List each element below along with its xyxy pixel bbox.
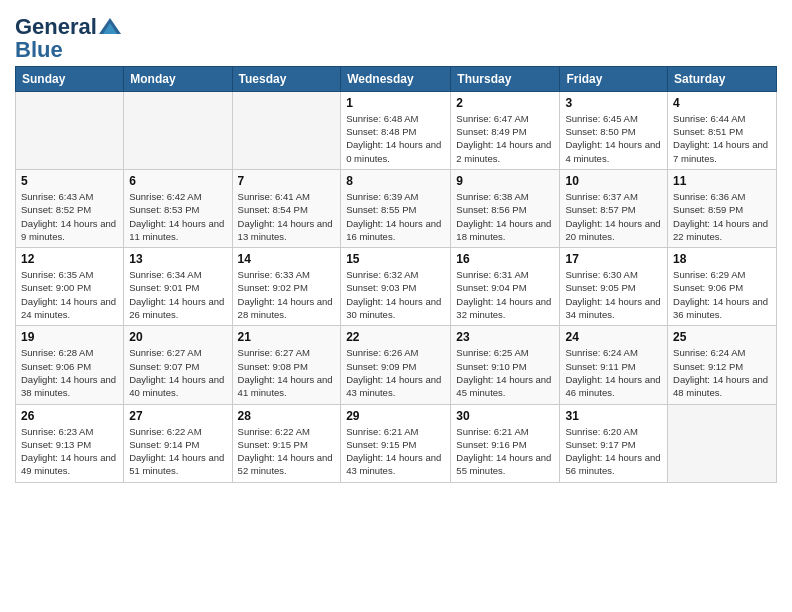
calendar-cell: 21Sunrise: 6:27 AM Sunset: 9:08 PM Dayli… bbox=[232, 326, 341, 404]
day-info: Sunrise: 6:30 AM Sunset: 9:05 PM Dayligh… bbox=[565, 268, 662, 321]
calendar-cell bbox=[232, 91, 341, 169]
calendar-week-4: 19Sunrise: 6:28 AM Sunset: 9:06 PM Dayli… bbox=[16, 326, 777, 404]
calendar-cell: 2Sunrise: 6:47 AM Sunset: 8:49 PM Daylig… bbox=[451, 91, 560, 169]
calendar-cell: 26Sunrise: 6:23 AM Sunset: 9:13 PM Dayli… bbox=[16, 404, 124, 482]
day-info: Sunrise: 6:27 AM Sunset: 9:07 PM Dayligh… bbox=[129, 346, 226, 399]
calendar-cell: 25Sunrise: 6:24 AM Sunset: 9:12 PM Dayli… bbox=[668, 326, 777, 404]
calendar-cell: 19Sunrise: 6:28 AM Sunset: 9:06 PM Dayli… bbox=[16, 326, 124, 404]
day-info: Sunrise: 6:43 AM Sunset: 8:52 PM Dayligh… bbox=[21, 190, 118, 243]
day-info: Sunrise: 6:37 AM Sunset: 8:57 PM Dayligh… bbox=[565, 190, 662, 243]
day-info: Sunrise: 6:32 AM Sunset: 9:03 PM Dayligh… bbox=[346, 268, 445, 321]
day-info: Sunrise: 6:36 AM Sunset: 8:59 PM Dayligh… bbox=[673, 190, 771, 243]
calendar-cell: 4Sunrise: 6:44 AM Sunset: 8:51 PM Daylig… bbox=[668, 91, 777, 169]
calendar-cell: 6Sunrise: 6:42 AM Sunset: 8:53 PM Daylig… bbox=[124, 169, 232, 247]
calendar-cell: 20Sunrise: 6:27 AM Sunset: 9:07 PM Dayli… bbox=[124, 326, 232, 404]
day-number: 16 bbox=[456, 252, 554, 266]
day-number: 13 bbox=[129, 252, 226, 266]
dow-header-wednesday: Wednesday bbox=[341, 66, 451, 91]
dow-header-tuesday: Tuesday bbox=[232, 66, 341, 91]
day-number: 9 bbox=[456, 174, 554, 188]
day-number: 15 bbox=[346, 252, 445, 266]
calendar-cell: 15Sunrise: 6:32 AM Sunset: 9:03 PM Dayli… bbox=[341, 248, 451, 326]
day-info: Sunrise: 6:38 AM Sunset: 8:56 PM Dayligh… bbox=[456, 190, 554, 243]
calendar-cell: 8Sunrise: 6:39 AM Sunset: 8:55 PM Daylig… bbox=[341, 169, 451, 247]
day-info: Sunrise: 6:44 AM Sunset: 8:51 PM Dayligh… bbox=[673, 112, 771, 165]
calendar-cell: 22Sunrise: 6:26 AM Sunset: 9:09 PM Dayli… bbox=[341, 326, 451, 404]
day-info: Sunrise: 6:41 AM Sunset: 8:54 PM Dayligh… bbox=[238, 190, 336, 243]
day-number: 23 bbox=[456, 330, 554, 344]
day-number: 26 bbox=[21, 409, 118, 423]
day-info: Sunrise: 6:28 AM Sunset: 9:06 PM Dayligh… bbox=[21, 346, 118, 399]
day-number: 8 bbox=[346, 174, 445, 188]
page-header: General Blue bbox=[15, 10, 777, 60]
calendar-cell: 31Sunrise: 6:20 AM Sunset: 9:17 PM Dayli… bbox=[560, 404, 668, 482]
calendar-body: 1Sunrise: 6:48 AM Sunset: 8:48 PM Daylig… bbox=[16, 91, 777, 482]
day-number: 12 bbox=[21, 252, 118, 266]
calendar-cell: 10Sunrise: 6:37 AM Sunset: 8:57 PM Dayli… bbox=[560, 169, 668, 247]
day-number: 25 bbox=[673, 330, 771, 344]
dow-header-friday: Friday bbox=[560, 66, 668, 91]
day-of-week-row: SundayMondayTuesdayWednesdayThursdayFrid… bbox=[16, 66, 777, 91]
day-info: Sunrise: 6:22 AM Sunset: 9:15 PM Dayligh… bbox=[238, 425, 336, 478]
day-number: 27 bbox=[129, 409, 226, 423]
day-info: Sunrise: 6:47 AM Sunset: 8:49 PM Dayligh… bbox=[456, 112, 554, 165]
day-number: 2 bbox=[456, 96, 554, 110]
calendar-cell: 11Sunrise: 6:36 AM Sunset: 8:59 PM Dayli… bbox=[668, 169, 777, 247]
day-info: Sunrise: 6:39 AM Sunset: 8:55 PM Dayligh… bbox=[346, 190, 445, 243]
dow-header-thursday: Thursday bbox=[451, 66, 560, 91]
day-number: 5 bbox=[21, 174, 118, 188]
day-number: 21 bbox=[238, 330, 336, 344]
calendar-cell: 30Sunrise: 6:21 AM Sunset: 9:16 PM Dayli… bbox=[451, 404, 560, 482]
day-number: 6 bbox=[129, 174, 226, 188]
calendar-cell: 1Sunrise: 6:48 AM Sunset: 8:48 PM Daylig… bbox=[341, 91, 451, 169]
day-number: 19 bbox=[21, 330, 118, 344]
day-number: 3 bbox=[565, 96, 662, 110]
day-info: Sunrise: 6:20 AM Sunset: 9:17 PM Dayligh… bbox=[565, 425, 662, 478]
calendar-cell: 5Sunrise: 6:43 AM Sunset: 8:52 PM Daylig… bbox=[16, 169, 124, 247]
day-info: Sunrise: 6:45 AM Sunset: 8:50 PM Dayligh… bbox=[565, 112, 662, 165]
calendar-cell: 24Sunrise: 6:24 AM Sunset: 9:11 PM Dayli… bbox=[560, 326, 668, 404]
day-number: 24 bbox=[565, 330, 662, 344]
day-info: Sunrise: 6:23 AM Sunset: 9:13 PM Dayligh… bbox=[21, 425, 118, 478]
calendar-cell: 9Sunrise: 6:38 AM Sunset: 8:56 PM Daylig… bbox=[451, 169, 560, 247]
calendar-week-5: 26Sunrise: 6:23 AM Sunset: 9:13 PM Dayli… bbox=[16, 404, 777, 482]
day-info: Sunrise: 6:31 AM Sunset: 9:04 PM Dayligh… bbox=[456, 268, 554, 321]
day-number: 17 bbox=[565, 252, 662, 266]
day-info: Sunrise: 6:42 AM Sunset: 8:53 PM Dayligh… bbox=[129, 190, 226, 243]
calendar-week-1: 1Sunrise: 6:48 AM Sunset: 8:48 PM Daylig… bbox=[16, 91, 777, 169]
day-number: 14 bbox=[238, 252, 336, 266]
calendar-cell bbox=[16, 91, 124, 169]
calendar-cell: 14Sunrise: 6:33 AM Sunset: 9:02 PM Dayli… bbox=[232, 248, 341, 326]
day-info: Sunrise: 6:33 AM Sunset: 9:02 PM Dayligh… bbox=[238, 268, 336, 321]
day-number: 20 bbox=[129, 330, 226, 344]
calendar-table: SundayMondayTuesdayWednesdayThursdayFrid… bbox=[15, 66, 777, 483]
day-number: 30 bbox=[456, 409, 554, 423]
calendar-cell: 12Sunrise: 6:35 AM Sunset: 9:00 PM Dayli… bbox=[16, 248, 124, 326]
day-number: 18 bbox=[673, 252, 771, 266]
calendar-cell: 16Sunrise: 6:31 AM Sunset: 9:04 PM Dayli… bbox=[451, 248, 560, 326]
day-number: 31 bbox=[565, 409, 662, 423]
calendar-cell: 17Sunrise: 6:30 AM Sunset: 9:05 PM Dayli… bbox=[560, 248, 668, 326]
calendar-cell: 29Sunrise: 6:21 AM Sunset: 9:15 PM Dayli… bbox=[341, 404, 451, 482]
calendar-cell: 7Sunrise: 6:41 AM Sunset: 8:54 PM Daylig… bbox=[232, 169, 341, 247]
calendar-cell: 23Sunrise: 6:25 AM Sunset: 9:10 PM Dayli… bbox=[451, 326, 560, 404]
day-info: Sunrise: 6:22 AM Sunset: 9:14 PM Dayligh… bbox=[129, 425, 226, 478]
dow-header-monday: Monday bbox=[124, 66, 232, 91]
day-number: 10 bbox=[565, 174, 662, 188]
day-info: Sunrise: 6:24 AM Sunset: 9:12 PM Dayligh… bbox=[673, 346, 771, 399]
day-info: Sunrise: 6:29 AM Sunset: 9:06 PM Dayligh… bbox=[673, 268, 771, 321]
calendar-cell bbox=[124, 91, 232, 169]
dow-header-sunday: Sunday bbox=[16, 66, 124, 91]
calendar-cell: 27Sunrise: 6:22 AM Sunset: 9:14 PM Dayli… bbox=[124, 404, 232, 482]
day-info: Sunrise: 6:25 AM Sunset: 9:10 PM Dayligh… bbox=[456, 346, 554, 399]
logo-blue: Blue bbox=[15, 40, 63, 60]
day-info: Sunrise: 6:21 AM Sunset: 9:15 PM Dayligh… bbox=[346, 425, 445, 478]
day-number: 1 bbox=[346, 96, 445, 110]
day-number: 28 bbox=[238, 409, 336, 423]
day-number: 4 bbox=[673, 96, 771, 110]
dow-header-saturday: Saturday bbox=[668, 66, 777, 91]
day-info: Sunrise: 6:27 AM Sunset: 9:08 PM Dayligh… bbox=[238, 346, 336, 399]
day-info: Sunrise: 6:48 AM Sunset: 8:48 PM Dayligh… bbox=[346, 112, 445, 165]
day-number: 22 bbox=[346, 330, 445, 344]
logo: General Blue bbox=[15, 10, 121, 60]
